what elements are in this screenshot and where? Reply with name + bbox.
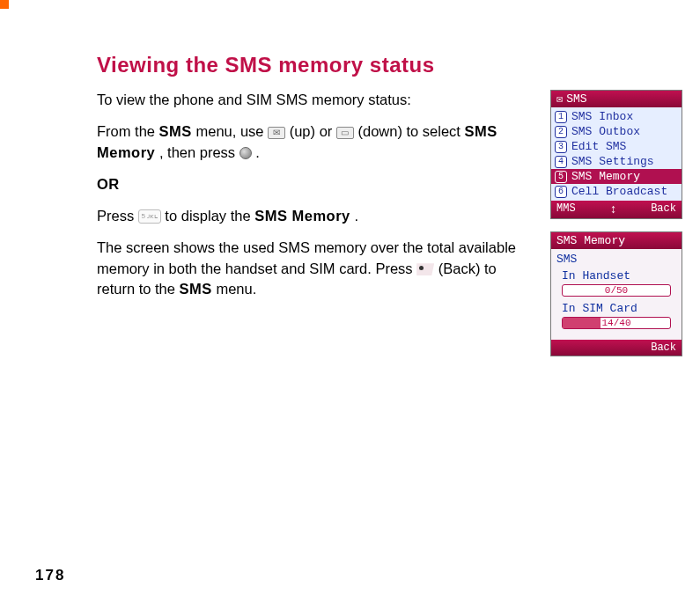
phone-softkeys: MMS ↕ Back: [551, 201, 682, 218]
text: menu, use: [195, 123, 268, 139]
phone-menu-item[interactable]: 2SMS Outbox: [551, 124, 682, 139]
handset-label: In Handset: [562, 269, 676, 282]
result-para: The screen shows the used SMS memory ove…: [97, 238, 534, 301]
menu-item-number: 4: [555, 156, 567, 168]
or-label: OR: [97, 174, 534, 195]
sms-term: SMS: [180, 281, 212, 297]
sim-bar: 14/40: [562, 317, 671, 329]
sim-bar-value: 14/40: [563, 318, 670, 328]
menu-item-number: 3: [555, 141, 567, 153]
menu-item-label: Edit SMS: [571, 140, 626, 153]
softkey-right[interactable]: Back: [651, 341, 676, 354]
phone-menu-item[interactable]: 5SMS Memory: [551, 169, 682, 184]
menu-item-label: SMS Outbox: [571, 125, 640, 138]
text: , then press: [159, 144, 239, 160]
text: to display the: [165, 208, 254, 224]
phone-titlebar: SMS Memory: [551, 232, 682, 249]
softkey-mid-icon[interactable]: ↕: [609, 202, 616, 216]
handset-bar-value: 0/50: [563, 285, 670, 296]
page-marker: [0, 0, 9, 9]
text: menu.: [216, 281, 256, 297]
phone-menu-item[interactable]: 3Edit SMS: [551, 139, 682, 154]
phone-menu-item[interactable]: 4SMS Settings: [551, 154, 682, 169]
handset-bar: 0/50: [562, 284, 671, 297]
phone-menu-item[interactable]: 6Cell Broadcast: [551, 184, 682, 199]
ok-key-icon: [239, 147, 252, 159]
menu-item-label: Cell Broadcast: [571, 185, 667, 198]
text: (up) or: [290, 123, 336, 139]
step-para-2: Press 5 ᴊᴋʟ to display the SMS Memory .: [97, 206, 534, 227]
phone-title: SMS: [566, 92, 586, 106]
envelope-icon: ✉: [556, 92, 563, 106]
down-key-icon: ▭: [336, 127, 354, 139]
menu-item-number: 1: [555, 111, 567, 123]
text: From the: [97, 123, 159, 139]
menu-item-number: 5: [555, 171, 567, 183]
sms-memory-term: SMS Memory: [254, 208, 350, 224]
right-softkey-icon: [416, 263, 434, 275]
intro-para: To view the phone and SIM SMS memory sta…: [97, 90, 534, 111]
sms-term: SMS: [159, 123, 192, 139]
menu-item-label: SMS Settings: [571, 155, 654, 168]
phone-menu-item[interactable]: 1SMS Inbox: [551, 109, 682, 124]
phone-titlebar: ✉ SMS: [551, 91, 682, 107]
text: Press: [97, 208, 138, 224]
phone-screenshot-sms-menu: ✉ SMS 1SMS Inbox2SMS Outbox3Edit SMS4SMS…: [550, 90, 682, 219]
or-text: OR: [97, 176, 120, 192]
section-heading: Viewing the SMS memory status: [97, 53, 682, 77]
text: .: [255, 144, 260, 160]
text-column: To view the phone and SIM SMS memory sta…: [97, 90, 534, 311]
text: .: [354, 208, 358, 224]
text: (down) to select: [357, 123, 464, 139]
memory-subhead: SMS: [556, 253, 676, 266]
five-key-icon: 5 ᴊᴋʟ: [138, 209, 161, 224]
step-para-1: From the SMS menu, use ✉ (up) or ▭ (down…: [97, 121, 534, 164]
phone-softkeys: Back: [551, 340, 682, 356]
menu-item-label: SMS Memory: [571, 170, 640, 183]
menu-item-number: 6: [555, 186, 567, 198]
phone-menu-list: 1SMS Inbox2SMS Outbox3Edit SMS4SMS Setti…: [551, 107, 682, 201]
menu-item-label: SMS Inbox: [571, 110, 633, 123]
sim-label: In SIM Card: [562, 302, 676, 315]
phone-screenshot-sms-memory: SMS Memory SMS In Handset 0/50 In SIM Ca…: [550, 231, 682, 356]
up-key-icon: ✉: [268, 127, 285, 139]
softkey-right[interactable]: Back: [651, 202, 676, 216]
page-number: 178: [35, 567, 65, 584]
menu-item-number: 2: [555, 126, 567, 138]
softkey-left[interactable]: MMS: [556, 202, 576, 216]
